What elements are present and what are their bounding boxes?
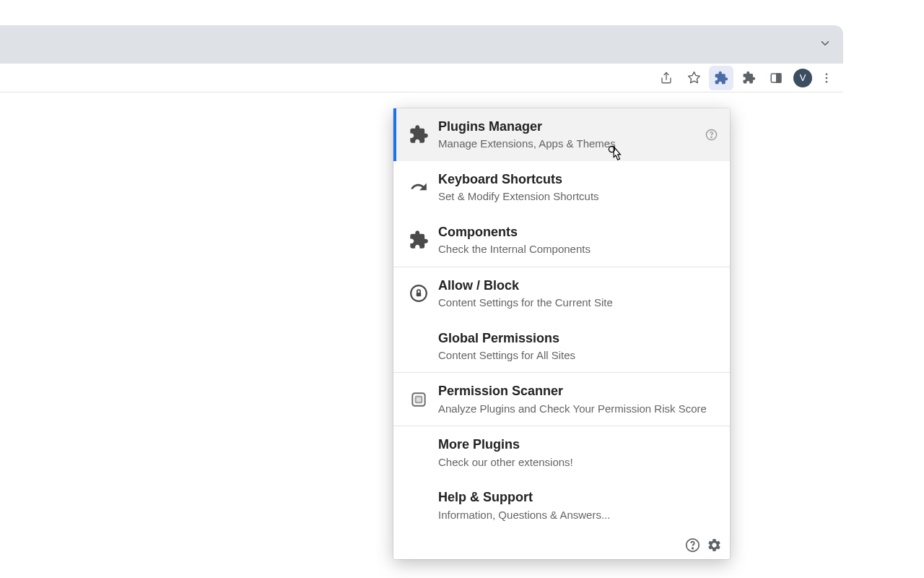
extension-popup: Plugins Manager Manage Extensions, Apps …: [393, 108, 730, 559]
puzzle-icon: [399, 124, 438, 144]
scanner-icon: [399, 390, 438, 409]
side-panel-icon[interactable]: [764, 66, 788, 90]
extensions-icon[interactable]: [736, 66, 761, 90]
menu-item-title: Help & Support: [438, 489, 721, 506]
menu-item-subtitle: Check the Internal Components: [438, 242, 721, 256]
help-icon[interactable]: [701, 129, 721, 141]
menu-item-components[interactable]: Components Check the Internal Components: [393, 214, 730, 267]
menu-item-subtitle: Content Settings for All Sites: [438, 348, 721, 363]
svg-rect-3: [777, 74, 781, 82]
menu-item-title: Global Permissions: [438, 330, 721, 347]
share-icon[interactable]: [654, 66, 679, 90]
redo-arrow-icon: [399, 178, 438, 197]
popup-footer: [393, 532, 730, 555]
svg-rect-12: [416, 397, 422, 403]
svg-point-6: [826, 80, 828, 82]
tabs-dropdown-button[interactable]: [814, 33, 836, 57]
menu-item-subtitle: Analyze Plugins and Check Your Permissio…: [438, 402, 721, 416]
menu-item-plugins-manager[interactable]: Plugins Manager Manage Extensions, Apps …: [393, 108, 730, 161]
svg-rect-10: [417, 293, 422, 296]
browser-toolbar: V: [0, 64, 843, 92]
menu-item-subtitle: Set & Modify Extension Shortcuts: [438, 189, 721, 204]
kebab-menu-icon[interactable]: [817, 66, 836, 90]
menu-item-title: Plugins Manager: [438, 118, 701, 135]
menu-item-keyboard-shortcuts[interactable]: Keyboard Shortcuts Set & Modify Extensio…: [393, 161, 730, 214]
tab-strip: [0, 25, 843, 64]
svg-point-14: [692, 548, 692, 548]
menu-item-global-permissions[interactable]: Global Permissions Content Settings for …: [393, 320, 730, 373]
menu-item-subtitle: Check our other extensions!: [438, 455, 721, 470]
profile-avatar[interactable]: V: [793, 69, 812, 87]
menu-item-title: Components: [438, 224, 721, 241]
menu-item-title: Allow / Block: [438, 277, 721, 294]
menu-item-help-support[interactable]: Help & Support Information, Questions & …: [393, 479, 730, 532]
menu-item-subtitle: Content Settings for the Current Site: [438, 296, 721, 310]
svg-point-4: [826, 73, 828, 75]
svg-point-5: [826, 77, 828, 79]
help-icon[interactable]: [684, 536, 701, 553]
gear-icon[interactable]: [705, 536, 723, 553]
menu-item-title: More Plugins: [438, 436, 721, 453]
lock-circle-icon: [399, 284, 438, 303]
menu-item-subtitle: Information, Questions & Answers...: [438, 508, 721, 522]
bookmark-star-icon[interactable]: [681, 66, 706, 90]
menu-item-more-plugins[interactable]: More Plugins Check our other extensions!: [393, 426, 730, 479]
puzzle-icon: [399, 230, 438, 250]
plugins-manager-extension-icon[interactable]: [709, 66, 733, 90]
menu-item-title: Permission Scanner: [438, 383, 721, 400]
menu-item-title: Keyboard Shortcuts: [438, 171, 721, 188]
svg-marker-1: [688, 72, 699, 83]
menu-item-allow-block[interactable]: Allow / Block Content Settings for the C…: [393, 267, 730, 320]
menu-item-permission-scanner[interactable]: Permission Scanner Analyze Plugins and C…: [393, 373, 730, 426]
svg-point-8: [710, 137, 711, 137]
menu-item-subtitle: Manage Extensions, Apps & Themes: [438, 137, 701, 151]
